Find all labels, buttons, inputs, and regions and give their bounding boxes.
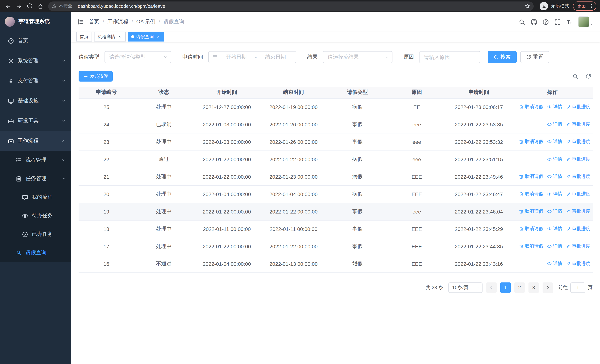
detail-action-link[interactable]: 详情: [547, 156, 562, 162]
app-logo[interactable]: 芋道管理系统: [0, 12, 71, 31]
sidebar-item-payment[interactable]: 支付管理: [0, 71, 71, 91]
delete-icon: [519, 191, 524, 196]
search-icon[interactable]: [572, 74, 578, 79]
col-header-id: 申请编号: [79, 87, 134, 98]
detail-action-link[interactable]: 详情: [547, 139, 562, 145]
table-cell: 24: [79, 116, 134, 133]
reason-input[interactable]: [419, 51, 480, 63]
address-bar[interactable]: 不安全 dashboard.yudao.iocoder.cn/bpm/oa/le…: [48, 1, 534, 11]
page-button-3[interactable]: 3: [528, 282, 539, 293]
progress-action-link[interactable]: 审批进度: [566, 260, 590, 267]
sidebar-item-task-management[interactable]: 任务管理: [0, 169, 71, 188]
url-text[interactable]: dashboard.yudao.iocoder.cn/bpm/oa/leave: [78, 3, 165, 9]
breadcrumb-item[interactable]: 首页: [89, 19, 99, 25]
refresh-icon[interactable]: [586, 74, 591, 79]
sidebar-item-todo-tasks[interactable]: 待办任务: [0, 206, 71, 225]
filter-apply-time: 申请时间 开始日期 - 结束日期: [182, 51, 296, 63]
progress-action-link[interactable]: 审批进度: [566, 156, 590, 162]
sidebar-item-leave-query[interactable]: 请假查询: [0, 243, 71, 262]
incognito-indicator: 无痕模式: [540, 2, 569, 10]
forward-button[interactable]: [14, 1, 24, 11]
plus-icon: [83, 74, 88, 79]
cancel-action-link[interactable]: 取消请假: [519, 191, 543, 197]
cancel-action-link[interactable]: 取消请假: [519, 139, 543, 145]
update-label: 更新: [577, 3, 587, 9]
sidebar-item-system[interactable]: 系统管理: [0, 51, 71, 71]
font-size-button[interactable]: [566, 19, 572, 25]
search-button[interactable]: 搜索: [488, 51, 517, 63]
back-button[interactable]: [3, 1, 13, 11]
breadcrumb-item[interactable]: OA 示例: [128, 19, 155, 25]
table-cell: 2022-01-22 23:46:47: [445, 185, 512, 203]
bookmark-star-button[interactable]: [525, 3, 530, 9]
page-size-select[interactable]: 10条/页: [449, 282, 483, 293]
end-date-placeholder[interactable]: 结束日期: [259, 54, 292, 60]
fullscreen-button[interactable]: [554, 19, 561, 25]
edit-icon: [566, 209, 571, 214]
tab-process-detail[interactable]: 流程详情: [94, 32, 126, 42]
sidebar-item-done-tasks[interactable]: 已办任务: [0, 225, 71, 243]
reset-button[interactable]: 重置: [520, 51, 549, 63]
sidebar-item-home[interactable]: 首页: [0, 31, 71, 51]
cancel-action-link[interactable]: 取消请假: [519, 173, 543, 180]
home-button[interactable]: [35, 1, 45, 11]
sidebar-item-my-process[interactable]: 我的流程: [0, 188, 71, 206]
prev-page-button[interactable]: [486, 282, 497, 293]
browser-menu-button[interactable]: [589, 3, 594, 9]
tab-leave-query[interactable]: 请假查询: [128, 32, 164, 42]
progress-action-link[interactable]: 审批进度: [566, 121, 590, 127]
result-select[interactable]: 请选择流结果: [323, 51, 393, 63]
progress-action-link[interactable]: 审批进度: [566, 243, 590, 249]
table-cell: 2022-01-22 00:00:00: [260, 150, 327, 168]
table-cell: 已取消: [134, 116, 193, 133]
github-link-button[interactable]: [531, 19, 537, 25]
cancel-action-link[interactable]: 取消请假: [519, 208, 543, 215]
sidebar-item-dev-tools[interactable]: 研发工具: [0, 111, 71, 131]
start-date-placeholder[interactable]: 开始日期: [220, 54, 253, 60]
sidebar-item-infrastructure[interactable]: 基础设施: [0, 91, 71, 111]
date-range-picker[interactable]: 开始日期 - 结束日期: [208, 51, 296, 63]
cancel-action-link[interactable]: 取消请假: [519, 243, 543, 249]
detail-action-link[interactable]: 详情: [547, 243, 562, 249]
detail-action-link[interactable]: 详情: [547, 208, 562, 215]
close-icon[interactable]: [117, 34, 122, 39]
close-icon[interactable]: [156, 34, 161, 39]
next-page-button[interactable]: [543, 282, 553, 293]
detail-action-link[interactable]: 详情: [547, 260, 562, 267]
cancel-action-link[interactable]: 取消请假: [519, 104, 543, 110]
table-cell: 病假: [327, 98, 388, 116]
row-actions: 取消请假详情审批进度: [512, 133, 593, 150]
progress-action-link[interactable]: 审批进度: [566, 173, 590, 180]
table-cell: 处理中: [134, 133, 193, 150]
detail-action-link[interactable]: 详情: [547, 121, 562, 127]
sidebar-item-workflow[interactable]: 工作流程: [0, 131, 71, 151]
leave-type-select[interactable]: 请选择请假类型: [104, 51, 171, 63]
security-chip[interactable]: 不安全: [52, 3, 72, 9]
page-button-1[interactable]: 1: [500, 282, 511, 293]
create-leave-button[interactable]: 发起请假: [79, 71, 113, 82]
page-button-2[interactable]: 2: [514, 282, 525, 293]
detail-action-link[interactable]: 详情: [547, 173, 562, 180]
global-search-button[interactable]: [519, 19, 525, 25]
progress-action-link[interactable]: 审批进度: [566, 191, 590, 197]
progress-action-link[interactable]: 审批进度: [566, 104, 590, 110]
table-cell: 2022-01-22 23:53:35: [445, 116, 512, 133]
progress-action-link[interactable]: 审批进度: [566, 208, 590, 215]
goto-page-input[interactable]: [570, 282, 585, 293]
progress-action-link[interactable]: 审批进度: [566, 225, 590, 232]
tab-home[interactable]: 首页: [76, 32, 92, 42]
sidebar-item-process-management[interactable]: 流程管理: [0, 151, 71, 169]
detail-action-link[interactable]: 详情: [547, 191, 562, 197]
breadcrumb-item[interactable]: 工作流程: [99, 19, 128, 25]
user-menu[interactable]: [578, 16, 594, 28]
eye-icon: [547, 139, 552, 144]
reload-button[interactable]: [24, 1, 35, 11]
detail-action-link[interactable]: 详情: [547, 104, 562, 110]
browser-update-button[interactable]: 更新: [573, 1, 596, 11]
progress-action-link[interactable]: 审批进度: [566, 139, 590, 145]
sidebar-collapse-button[interactable]: [77, 19, 84, 25]
table-cell: 2022-01-13 00:00:00: [260, 255, 327, 272]
cancel-action-link[interactable]: 取消请假: [519, 225, 543, 232]
detail-action-link[interactable]: 详情: [547, 225, 562, 232]
help-button[interactable]: [543, 19, 549, 25]
